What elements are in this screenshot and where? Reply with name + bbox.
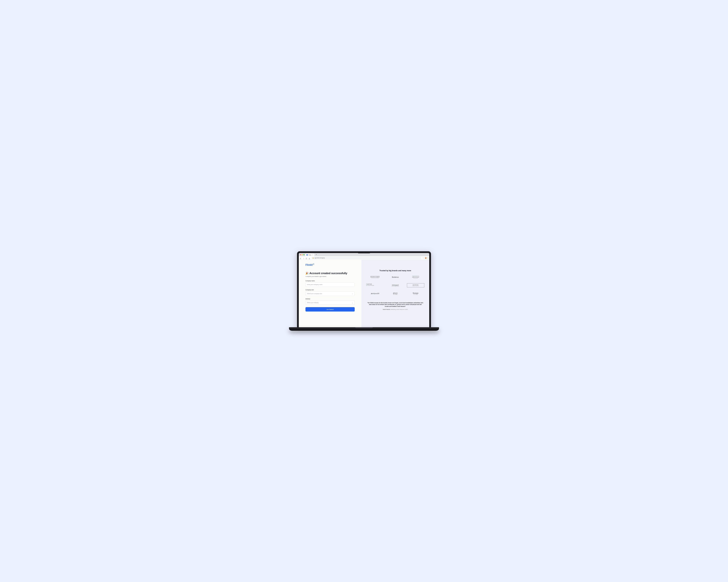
logo-text: dämmisol	[412, 276, 419, 278]
logo-subtext: bau · energie	[393, 294, 397, 295]
tab-strip: Flinkit × +	[299, 253, 429, 256]
logo-subtext: Hausgaus für jedes Dart	[413, 286, 419, 286]
logo-subtext: DIE WAS DRAUS	[413, 278, 418, 279]
logo-subtext: und den Rezept Kundennah	[392, 286, 399, 287]
page-subtitle: Complete your details to get started.	[306, 276, 355, 277]
chevron-down-icon: ⌄	[352, 293, 353, 294]
new-tab-button[interactable]: +	[315, 254, 317, 256]
testimonial-author: Sarah Kasimir, Marketing, Anton Mayrose …	[367, 309, 423, 310]
laptop-notch	[358, 251, 370, 253]
browser-toolbar: 🔒 app.flinkit.de/signup ☆	[299, 256, 429, 260]
page-heading-row: 🎉 Account created successfully	[306, 272, 355, 275]
chevron-down-icon: ⌄	[352, 302, 353, 303]
company-size-placeholder: Select your company size	[307, 293, 322, 294]
app-page: Flinkit + 🎉 Account created successfully…	[299, 260, 429, 327]
tab-title: Flinkit	[308, 254, 311, 256]
company-size-group: Company size Select your company size ⌄	[306, 289, 355, 296]
page-title: Account created successfully	[309, 272, 347, 275]
brand-logo-tankpool: ◗tankpool24	[366, 292, 384, 296]
company-name-placeholder: Enter your company name	[307, 284, 322, 285]
trusted-heading: Trusted by big brands and many more	[365, 270, 425, 272]
app-logo: Flinkit +	[306, 264, 355, 267]
url-bar[interactable]: 🔒 app.flinkit.de/signup	[311, 257, 421, 259]
party-popper-icon: 🎉	[306, 272, 309, 275]
logo-subtext: Systembaustoffe	[413, 294, 418, 295]
logo-subtext: IHR BAUFACHHANDEL	[371, 278, 379, 278]
tab-close-icon[interactable]: ×	[312, 254, 313, 256]
company-name-label: Company name	[306, 280, 355, 281]
kebab-menu-icon[interactable]	[428, 257, 428, 258]
company-name-input[interactable]: Enter your company name	[306, 282, 355, 287]
window-close-icon[interactable]	[300, 254, 301, 255]
industry-group: Industry Select your industry ⌄	[306, 298, 355, 305]
window-maximize-icon[interactable]	[304, 254, 305, 255]
logo-text: intergast	[392, 284, 399, 286]
reload-icon[interactable]	[306, 257, 307, 259]
nav-icons	[300, 257, 310, 259]
logo-text: MAYROSE	[413, 284, 418, 286]
logo-text: wego	[414, 292, 418, 294]
form-panel: Flinkit + 🎉 Account created successfully…	[299, 260, 361, 327]
brand-logo-mayrose: MAYROSE Hausgaus für jedes Dart	[407, 283, 424, 287]
logo-text: team	[394, 292, 398, 294]
industry-select[interactable]: Select your industry ⌄	[306, 301, 355, 305]
browser-tab[interactable]: Flinkit ×	[305, 254, 314, 256]
back-icon[interactable]	[300, 257, 302, 259]
logo-text: BAUEN+LEBEN	[370, 276, 380, 278]
logo-text: Buderus	[392, 276, 399, 278]
author-name: Sarah Kasimir,	[383, 309, 391, 310]
brand-logo-hotze: HOTZE Unternehmensgruppe	[366, 283, 384, 286]
bookmark-star-icon[interactable]: ☆	[422, 257, 424, 259]
brand-logo-dammisol: dämmisol DIE WAS DRAUS	[407, 275, 424, 279]
toolbar-right-icons: ☆	[422, 257, 428, 259]
browser-window: Flinkit × +	[299, 253, 429, 327]
testimonial: "Vor Flinkit musste ich die Kunden immer…	[365, 302, 425, 310]
onboarding-form: Company name Enter your company name Com…	[306, 280, 355, 311]
brand-logo-team: ◗team bau · energie	[387, 292, 404, 296]
trust-panel: Trusted by big brands and many more BAUE…	[361, 260, 429, 327]
logo-text: Flinkit	[306, 264, 313, 267]
industry-placeholder: Select your industry	[307, 302, 318, 303]
company-size-label: Company size	[306, 289, 355, 290]
lock-icon: 🔒	[312, 257, 314, 258]
author-role: Marketing, Anton Mayrose GmbH	[391, 309, 408, 310]
window-controls	[300, 254, 305, 255]
industry-label: Industry	[306, 298, 355, 300]
logo-text: tankpool24	[371, 293, 379, 294]
brand-logo-wego: \\\wego Systembaustoffe	[407, 292, 424, 296]
profile-avatar[interactable]	[425, 257, 426, 259]
get-started-button[interactable]: Get Started	[306, 307, 355, 311]
brand-logo-intergast: intergast und den Rezept Kundennah	[387, 283, 404, 287]
tab-favicon-icon	[307, 254, 308, 255]
logo-text: HOTZE	[367, 283, 372, 285]
laptop-base	[289, 327, 439, 331]
forward-icon[interactable]	[303, 257, 304, 259]
company-size-select[interactable]: Select your company size ⌄	[306, 292, 355, 296]
logo-plus-icon: +	[313, 264, 314, 265]
company-name-group: Company name Enter your company name	[306, 280, 355, 287]
brand-logo-buderus: Buderus	[387, 275, 404, 279]
window-minimize-icon[interactable]	[302, 254, 303, 255]
logo-subtext: Unternehmensgruppe	[367, 285, 374, 286]
brand-logo-bauenleben: BAUEN+LEBEN IHR BAUFACHHANDEL	[366, 275, 384, 279]
testimonial-quote: "Vor Flinkit musste ich die Kunden immer…	[367, 302, 423, 307]
laptop-frame: Flinkit × +	[297, 251, 431, 331]
brand-logo-grid: BAUEN+LEBEN IHR BAUFACHHANDEL Buderus dä…	[365, 275, 425, 296]
laptop-screen: Flinkit × +	[297, 251, 431, 327]
url-text: app.flinkit.de/signup	[314, 257, 325, 258]
home-icon[interactable]	[309, 257, 310, 259]
